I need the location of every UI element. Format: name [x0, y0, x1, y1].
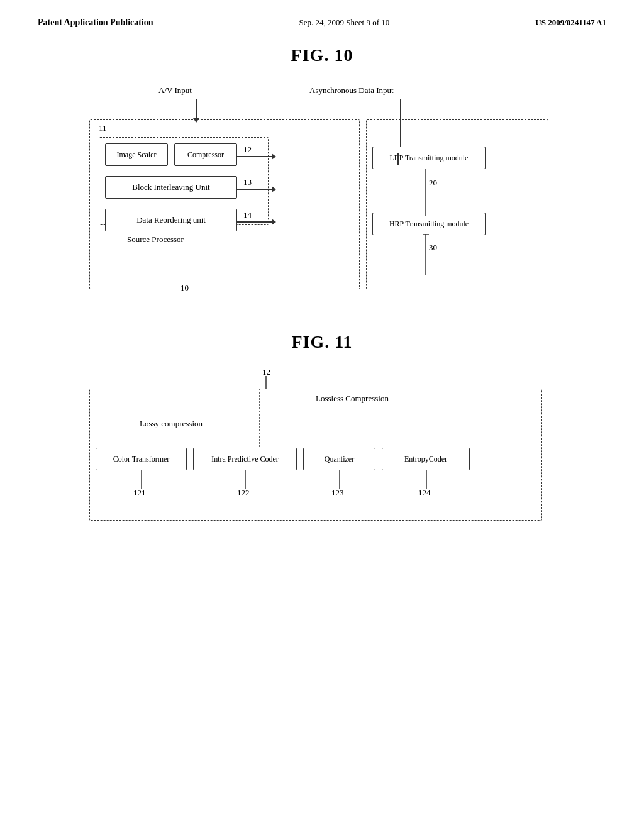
fig11-diagram: 12 Lossless Compression Lossy compressio…: [38, 367, 606, 543]
data-reordering-box: Data Reordering unit: [105, 209, 237, 231]
bracket-12-line: [265, 376, 267, 389]
num-13-label: 13: [243, 177, 252, 187]
entropy-coder-box: EntropyCoder: [382, 448, 470, 470]
lossy-label: Lossy compression: [140, 419, 203, 429]
compressor-box: Compressor: [174, 143, 237, 166]
num-11-label: 11: [99, 123, 107, 133]
bracket-122-line: [245, 470, 246, 489]
lrp-box: LRP Transmitting module: [372, 147, 486, 169]
fig10-diagram: A/V Input Asynchronous Data Input 11 Ima…: [38, 80, 606, 307]
async-input-label: Asynchronous Data Input: [309, 86, 394, 96]
fig11-title: FIG. 11: [0, 332, 644, 352]
num-124-label: 124: [418, 488, 431, 498]
bracket-30-svg: [416, 234, 435, 278]
num-14-label: 14: [243, 210, 252, 220]
num-123-label: 123: [331, 488, 344, 498]
bracket-121-line: [141, 470, 142, 489]
right-outer-box: [366, 119, 548, 289]
bracket-123-line: [339, 470, 340, 489]
av-input-label: A/V Input: [158, 86, 192, 96]
source-processor-label: Source Processor: [127, 235, 184, 245]
num-122-label: 122: [237, 488, 250, 498]
fig10-container: A/V Input Asynchronous Data Input 11 Ima…: [77, 80, 567, 307]
bracket-124-line: [426, 470, 427, 489]
num-10-label: 10: [180, 283, 189, 293]
page-header: Patent Application Publication Sep. 24, …: [0, 0, 644, 34]
block-interleaving-box: Block Interleaving Unit: [105, 176, 237, 199]
fig11-container: 12 Lossless Compression Lossy compressio…: [77, 367, 567, 543]
color-transformer-box: Color Transformer: [96, 448, 187, 470]
fig10-title: FIG. 10: [0, 45, 644, 65]
publication-label: Patent Application Publication: [38, 18, 153, 28]
intra-predictive-box: Intra Predictive Coder: [193, 448, 297, 470]
bracket-20-svg: [416, 169, 435, 219]
date-sheet-label: Sep. 24, 2009 Sheet 9 of 10: [299, 18, 390, 28]
patent-number-label: US 2009/0241147 A1: [535, 18, 606, 28]
lossless-label: Lossless Compression: [316, 394, 389, 404]
quantizer-box: Quantizer: [303, 448, 375, 470]
image-scaler-box: Image Scaler: [105, 143, 168, 166]
async-to-lrp-arrow: [397, 153, 399, 165]
num-12-label: 12: [243, 145, 252, 155]
num-121-label: 121: [133, 488, 146, 498]
